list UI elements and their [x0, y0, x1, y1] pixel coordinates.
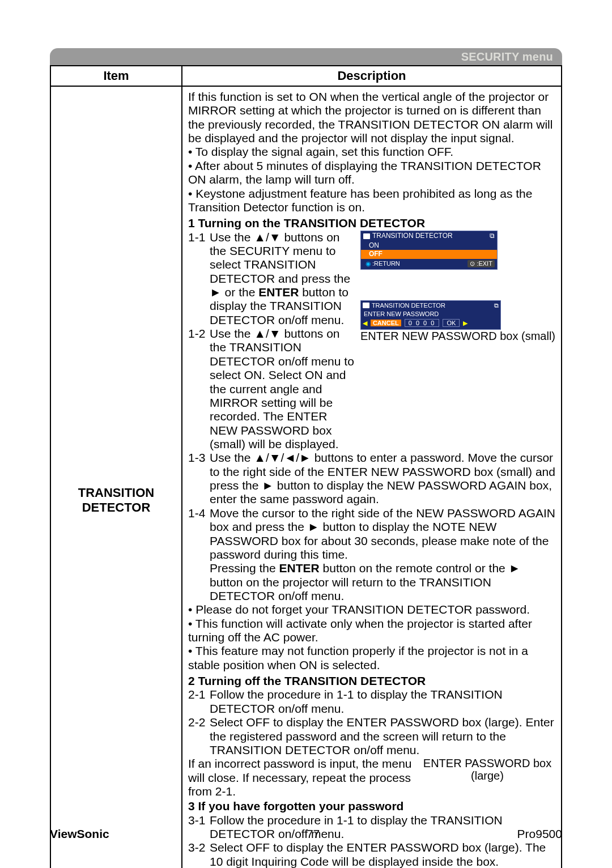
- osd1-return: :RETURN: [366, 260, 400, 267]
- item-line1: TRANSITION: [57, 486, 176, 500]
- section1-title: 1 Turning on the TRANSITION DETECTOR: [188, 216, 555, 230]
- description-cell: If this function is set to ON when the v…: [182, 86, 562, 868]
- col-description: Description: [182, 66, 562, 86]
- menu-header: SECURITY menu: [50, 48, 562, 65]
- step-2-2-num: 2-2: [188, 716, 210, 757]
- osd2-caption: ENTER NEW PASSWORD box (small): [360, 330, 555, 342]
- step-3-2: Select OFF to display the ENTER PASSWORD…: [210, 841, 555, 868]
- step-1-3: Use the ▲/▼/◄/► buttons to enter a passw…: [210, 451, 555, 506]
- step-1-4-num: 1-4: [188, 507, 210, 603]
- osd2-ok: OK: [443, 319, 460, 327]
- footer-model: Pro9500: [517, 827, 562, 841]
- step-2-1-num: 2-1: [188, 688, 210, 716]
- exit-icon: ⊙: [470, 260, 477, 267]
- section2-title: 2 Turning off the TRANSITION DETECTOR: [188, 674, 555, 688]
- step-1-1: Use the ▲/▼ buttons on the SECURITY menu…: [210, 231, 355, 327]
- sec1-note-1: • Please do not forget your TRANSITION D…: [188, 603, 555, 616]
- osd1-on: ON: [361, 241, 497, 250]
- osd-transition-detector-menu: TRANSITION DETECTOR ⧉ ON OFF :RETURN ⊙ :…: [360, 231, 498, 270]
- item-cell: TRANSITION DETECTOR: [50, 86, 182, 868]
- osd2-msg: ENTER NEW PASSWORD: [364, 310, 499, 318]
- osd1-exit: ⊙ :EXIT: [468, 260, 495, 267]
- sec1-note-3: • This feature may not function properly…: [188, 644, 555, 672]
- menu-table: Item Description TRANSITION DETECTOR If …: [50, 65, 562, 868]
- intro-bullet-1: • To display the signal again, set this …: [188, 145, 555, 159]
- page: SECURITY menu Item Description TRANSITIO…: [0, 0, 612, 868]
- step-2-2: Select OFF to display the ENTER PASSWORD…: [210, 716, 555, 757]
- step-1-3-num: 1-3: [188, 451, 210, 506]
- intro-paragraph: If this function is set to ON when the v…: [188, 90, 555, 145]
- left-arrow-icon: ◀: [363, 320, 367, 327]
- enter-pw-large-caption: ENTER PASSWORD box (large): [419, 757, 555, 782]
- osd2-title: TRANSITION DETECTOR: [372, 302, 445, 309]
- osd-enter-password-small: TRANSITION DETECTOR ⧉ ENTER NEW PASSWORD…: [360, 300, 501, 330]
- step-3-2-num: 3-2: [188, 841, 210, 868]
- sec1-note-2: • This function will activate only when …: [188, 617, 555, 645]
- item-line2: DETECTOR: [57, 500, 176, 515]
- right-arrow-icon: ▶: [463, 320, 468, 327]
- menu-header-title: SECURITY menu: [461, 50, 553, 63]
- step-1-4: Move the cursor to the right side of the…: [210, 507, 555, 603]
- help-icon: ⧉: [490, 232, 495, 240]
- col-item: Item: [50, 66, 182, 86]
- footer: ViewSonic 77 Pro9500: [50, 827, 562, 841]
- step-1-2-num: 1-2: [188, 327, 210, 451]
- osd2-code: 0 0 0 0: [405, 319, 440, 327]
- help-icon: ⧉: [494, 302, 499, 309]
- step-1-1-num: 1-1: [188, 231, 210, 327]
- osd-panel-group: TRANSITION DETECTOR ⧉ ON OFF :RETURN ⊙ :…: [360, 231, 555, 343]
- osd1-title: TRANSITION DETECTOR: [372, 232, 453, 240]
- footer-page: 77: [307, 827, 320, 841]
- step-2-1: Follow the procedure in 1-1 to display t…: [210, 688, 555, 716]
- intro-bullet-3: • Keystone adjustment feature has been p…: [188, 187, 555, 215]
- footer-brand: ViewSonic: [50, 827, 109, 841]
- security-icon: [363, 303, 369, 308]
- osd1-off: OFF: [361, 250, 497, 259]
- security-icon: [363, 233, 370, 239]
- osd2-cancel: CANCEL: [371, 320, 401, 327]
- step-1-2: Use the ▲/▼ buttons on the TRANSITION DE…: [210, 327, 355, 451]
- intro-bullet-2: • After about 5 minutes of displaying th…: [188, 159, 555, 187]
- section3-title: 3 If you have forgotten your password: [188, 799, 555, 813]
